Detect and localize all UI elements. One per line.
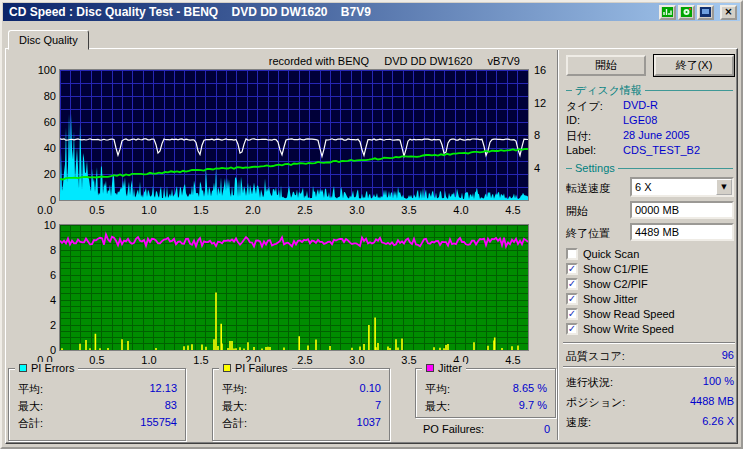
app-window: CD Speed : Disc Quality Test - BENQ DVD …: [0, 0, 743, 449]
checkbox-checked-icon[interactable]: ✓: [566, 293, 578, 305]
stat-row: 平均:12.13: [18, 382, 177, 397]
checkbox-show-c2-pif[interactable]: ✓Show C2/PIF: [566, 276, 734, 291]
checkbox-show-read-speed[interactable]: ✓Show Read Speed: [566, 306, 734, 321]
titlebar-buttons: ×: [659, 5, 740, 20]
checkbox-label: Show C1/PIE: [583, 263, 648, 275]
start-position-label: 開始: [566, 204, 588, 219]
axis-label: 2.0: [238, 204, 268, 216]
checkbox-label: Show Read Speed: [583, 308, 675, 320]
bottom-chart-svg: [60, 225, 528, 350]
stat-label: 合計:: [18, 416, 43, 431]
axis-label: 4: [50, 294, 56, 306]
speed-label: 転送速度: [566, 181, 610, 196]
checkbox-label: Show Write Speed: [583, 323, 674, 335]
checkbox-checked-icon[interactable]: ✓: [566, 263, 578, 275]
axis-label: 12: [534, 97, 546, 109]
po-failures-label: PO Failures:: [423, 423, 484, 435]
top-chart-x-axis: 0.00.51.01.52.02.53.03.54.04.5: [60, 204, 528, 217]
axis-label: 2.5: [290, 354, 320, 366]
stat-value: 9.7 %: [519, 399, 547, 414]
chevron-down-icon: ▼: [721, 183, 726, 191]
exit-button[interactable]: 終了(X): [654, 55, 734, 76]
axis-label: 4.5: [498, 354, 528, 366]
top-chart-svg: [60, 70, 528, 200]
axis-label: 4.5: [498, 204, 528, 216]
dropdown-button[interactable]: ▼: [716, 179, 732, 195]
quality-top-chart: [59, 69, 529, 201]
progress-value: 100 %: [703, 375, 734, 390]
pi-errors-groupbox: PI Errors 平均:12.13 最大:83 合計:155754: [8, 368, 186, 441]
stat-row: 最大:7: [222, 399, 381, 414]
stat-value: 1037: [357, 416, 381, 431]
axis-label: 2: [50, 319, 56, 331]
checkbox-show-c1-pie[interactable]: ✓Show C1/PIE: [566, 261, 734, 276]
axis-label: 1.5: [186, 204, 216, 216]
speed-select-value: 6 X: [632, 181, 716, 193]
settings-header: Settings: [566, 162, 733, 174]
checkbox-show-jitter[interactable]: ✓Show Jitter: [566, 291, 734, 306]
section-title: ディスク情報: [575, 83, 642, 98]
checkbox-checked-icon[interactable]: ✓: [566, 323, 578, 335]
green-disc-icon: [681, 7, 692, 17]
groupbox-title: PI Errors: [15, 362, 78, 374]
speed-select[interactable]: 6 X ▼: [630, 177, 734, 197]
bottom-chart-left-axis: 1086420: [30, 225, 56, 350]
axis-label: 1.0: [134, 354, 164, 366]
chart-header: recorded with BENQ DVD DD DW1620 vB7V9: [60, 55, 528, 67]
axis-label: 6: [50, 269, 56, 281]
checkbox-checked-icon[interactable]: ✓: [566, 278, 578, 290]
disc-icon-button[interactable]: [678, 5, 695, 20]
stat-row: 最大:9.7 %: [425, 399, 547, 414]
checkbox-box[interactable]: [566, 248, 578, 260]
axis-label: 60: [44, 116, 56, 128]
speed-row: 速度:6.26 X: [566, 415, 734, 430]
pi-failures-swatch: [223, 364, 231, 372]
end-position-input[interactable]: [630, 223, 734, 241]
speed-row-label: 速度:: [566, 415, 591, 430]
quality-score-label: 品質スコア:: [566, 349, 625, 364]
axis-label: 8: [534, 129, 540, 141]
axis-label: 1.0: [134, 204, 164, 216]
jitter-swatch: [426, 364, 434, 372]
close-button[interactable]: ×: [720, 5, 737, 20]
chart-icon-button[interactable]: [659, 5, 676, 20]
header-line: [618, 168, 733, 169]
axis-label: 8: [50, 244, 56, 256]
checkbox-label: Show C2/PIF: [583, 278, 648, 290]
info-value: CDS_TEST_B2: [623, 144, 700, 156]
groupbox-title-text: PI Errors: [31, 362, 74, 374]
info-label: Label:: [566, 144, 623, 156]
stat-value: 155754: [140, 416, 177, 431]
start-button[interactable]: 開始: [566, 55, 646, 76]
section-title: Settings: [575, 162, 615, 174]
quality-bottom-chart: [59, 224, 529, 351]
axis-label: 16: [534, 64, 546, 76]
separator: [563, 342, 735, 344]
start-position-input[interactable]: [630, 201, 734, 219]
stat-label: 最大:: [425, 399, 450, 414]
window-title: CD Speed : Disc Quality Test - BENQ DVD …: [9, 5, 371, 19]
axis-label: 0.5: [82, 354, 112, 366]
header-line: [645, 90, 733, 91]
axis-label: 2.5: [290, 204, 320, 216]
checkbox-quick-scan[interactable]: Quick Scan: [566, 246, 734, 261]
blue-window-icon: [700, 7, 711, 17]
stat-value: 8.65 %: [513, 382, 547, 397]
quality-score-row: 品質スコア:96: [566, 349, 734, 364]
title-bar[interactable]: CD Speed : Disc Quality Test - BENQ DVD …: [3, 3, 740, 21]
stat-label: 平均:: [18, 382, 43, 397]
checkbox-show-write-speed[interactable]: ✓Show Write Speed: [566, 321, 734, 336]
stat-value: 0.10: [360, 382, 381, 397]
panel-separator: [557, 50, 559, 440]
checkbox-label: Quick Scan: [583, 248, 639, 260]
info-value: 28 June 2005: [623, 129, 690, 144]
checkbox-label: Show Jitter: [583, 293, 637, 305]
window-icon-button[interactable]: [697, 5, 714, 20]
checkbox-checked-icon[interactable]: ✓: [566, 308, 578, 320]
disc-type-row: タイプ:DVD-R: [566, 99, 734, 114]
axis-label: 10: [44, 219, 56, 231]
position-label: ポジション:: [566, 395, 625, 410]
top-chart-right-axis: 161284: [534, 70, 554, 200]
info-value: LGE08: [623, 114, 657, 126]
tab-disc-quality[interactable]: Disc Quality: [8, 30, 89, 50]
